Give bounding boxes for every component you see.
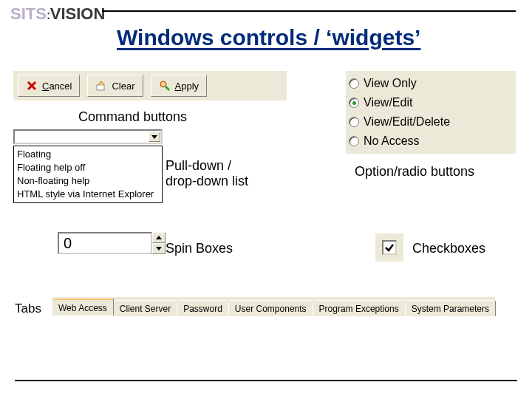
radio-option[interactable]: No Access — [349, 132, 513, 151]
checkbox-caption: Checkboxes — [412, 241, 485, 256]
clear-button-label: Clear — [112, 81, 134, 92]
chevron-down-icon — [156, 247, 162, 250]
dropdown-field[interactable] — [13, 129, 163, 144]
tab-program-exceptions[interactable]: Program Exceptions — [313, 300, 406, 316]
brand-right: VISION — [50, 4, 106, 23]
checkbox[interactable] — [382, 240, 397, 255]
radio-label: View Only — [364, 77, 417, 90]
radio-icon — [349, 98, 359, 108]
spinbox-value[interactable]: 0 — [58, 232, 152, 254]
spinbox-caption: Spin Boxes — [166, 241, 233, 256]
radio-icon — [349, 117, 359, 127]
dropdown-example: Floating Floating help off Non-floating … — [13, 129, 163, 203]
dropdown-option[interactable]: Floating — [17, 148, 159, 161]
svg-rect-0 — [97, 85, 104, 90]
dropdown-arrow-button[interactable] — [149, 132, 160, 142]
chevron-up-icon — [156, 236, 162, 239]
radio-icon — [349, 136, 359, 146]
page-title: Windows controls / ‘widgets’ — [117, 25, 420, 50]
radio-option[interactable]: View Only — [349, 74, 513, 93]
radio-label: View/Edit — [364, 96, 412, 109]
radio-label: No Access — [364, 134, 420, 148]
radio-caption: Option/radio buttons — [355, 164, 474, 180]
dropdown-caption: Pull-down / drop-down list — [166, 158, 248, 189]
cancel-button[interactable]: Cancel — [18, 75, 80, 97]
spinbox-example: 0 — [58, 232, 166, 254]
checkbox-example — [375, 233, 403, 262]
radio-option[interactable]: View/Edit — [349, 93, 513, 112]
radio-label: View/Edit/Delete — [364, 115, 450, 129]
tab-user-components[interactable]: User Components — [228, 300, 313, 316]
apply-icon — [159, 80, 171, 92]
dropdown-list: Floating Floating help off Non-floating … — [13, 146, 163, 203]
tab-web-access[interactable]: Web Access — [52, 298, 114, 316]
dropdown-option[interactable]: Floating help off — [17, 161, 159, 174]
radio-icon — [349, 78, 359, 89]
clear-icon — [95, 80, 107, 92]
clear-button[interactable]: Clear — [87, 75, 143, 97]
cancel-button-label: Cancel — [42, 81, 72, 92]
radio-group: View Only View/Edit View/Edit/Delete No … — [344, 71, 516, 154]
apply-button-label: Apply — [175, 81, 200, 92]
dropdown-option[interactable]: HTML style via Internet Explorer — [17, 188, 159, 201]
tab-system-parameters[interactable]: System Parameters — [405, 300, 496, 316]
header-divider — [102, 10, 516, 12]
tab-strip: Web Access Client Server Password User C… — [52, 297, 495, 316]
tab-password[interactable]: Password — [177, 300, 229, 316]
brand-left: SITS — [10, 4, 47, 23]
radio-option[interactable]: View/Edit/Delete — [349, 112, 513, 132]
dropdown-option[interactable]: Non-floating help — [17, 174, 159, 188]
footer-divider — [15, 380, 517, 381]
check-icon — [384, 242, 395, 253]
brand-logo: SITS:VISION — [10, 4, 105, 24]
command-buttons-caption: Command buttons — [78, 109, 187, 125]
svg-point-1 — [160, 81, 166, 87]
chevron-down-icon — [151, 135, 157, 139]
x-icon — [26, 80, 38, 92]
tabs-caption: Tabs — [15, 301, 41, 316]
spin-down-button[interactable] — [152, 243, 166, 254]
tab-client-server[interactable]: Client Server — [113, 300, 177, 316]
spin-up-button[interactable] — [152, 232, 166, 243]
apply-button[interactable]: Apply — [151, 75, 208, 97]
command-button-toolbar: Cancel Clear Apply — [13, 71, 287, 100]
